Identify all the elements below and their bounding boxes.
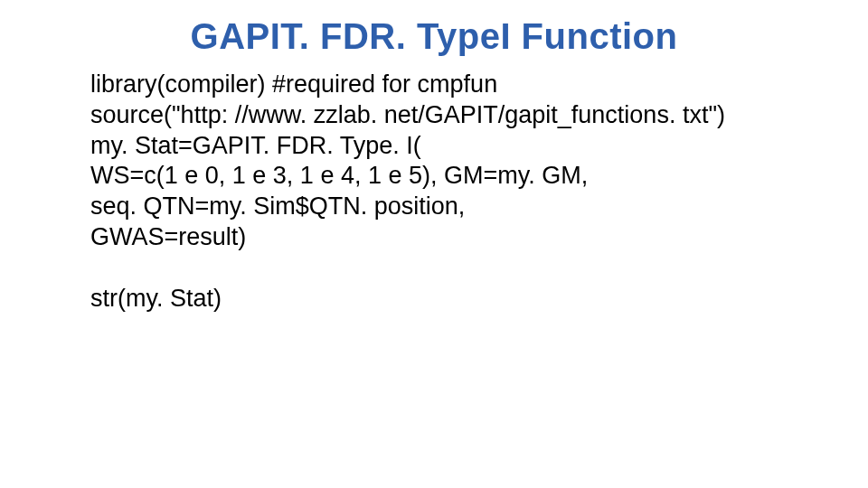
code-line: seq. QTN=my. Sim$QTN. position,: [90, 192, 814, 222]
slide-title: GAPIT. FDR. TypeI Function: [0, 16, 868, 57]
code-line: WS=c(1 e 0, 1 e 3, 1 e 4, 1 e 5), GM=my.…: [90, 161, 814, 192]
code-line: str(my. Stat): [90, 284, 814, 314]
code-line: my. Stat=GAPIT. FDR. Type. I(: [90, 131, 814, 162]
slide: GAPIT. FDR. TypeI Function library(compi…: [0, 0, 868, 488]
code-line: library(compiler) #required for cmpfun: [90, 70, 814, 100]
code-line: GWAS=result): [90, 222, 814, 253]
blank-line: [90, 253, 814, 284]
code-block: library(compiler) #required for cmpfun s…: [90, 70, 814, 314]
code-line: source("http: //www. zzlab. net/GAPIT/ga…: [90, 100, 814, 131]
